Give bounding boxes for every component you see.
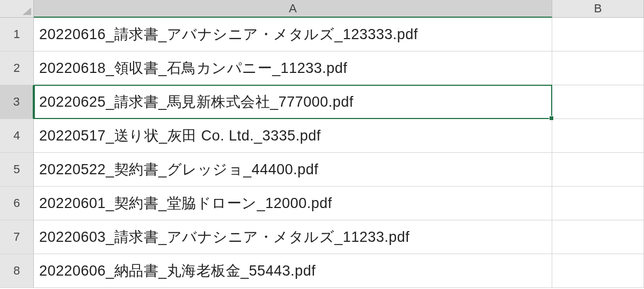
- cell-a3[interactable]: 20220625_請求書_馬見新株式会社_777000.pdf: [34, 85, 552, 119]
- cell-a2[interactable]: 20220618_領収書_石鳥カンパニー_11233.pdf: [34, 51, 552, 85]
- row-header-4[interactable]: 4: [0, 119, 34, 153]
- cell-b2[interactable]: [552, 51, 644, 85]
- cell-b5[interactable]: [552, 153, 644, 187]
- select-all-corner[interactable]: [0, 0, 34, 18]
- row-header-7[interactable]: 7: [0, 220, 34, 254]
- cell-a1[interactable]: 20220616_請求書_アバナシニア・メタルズ_123333.pdf: [34, 18, 552, 51]
- cell-b4[interactable]: [552, 119, 644, 153]
- row-header-1[interactable]: 1: [0, 18, 34, 51]
- row-header-8[interactable]: 8: [0, 254, 34, 288]
- cell-b7[interactable]: [552, 220, 644, 254]
- row-header-6[interactable]: 6: [0, 187, 34, 220]
- column-header-b[interactable]: B: [552, 0, 644, 18]
- cell-a8[interactable]: 20220606_納品書_丸海老板金_55443.pdf: [34, 254, 552, 288]
- cell-a7[interactable]: 20220603_請求書_アバナシニア・メタルズ_11233.pdf: [34, 220, 552, 254]
- column-header-a[interactable]: A: [34, 0, 552, 18]
- spreadsheet-grid[interactable]: A B 1 20220616_請求書_アバナシニア・メタルズ_123333.pd…: [0, 0, 644, 288]
- cell-b1[interactable]: [552, 18, 644, 51]
- cell-a6[interactable]: 20220601_契約書_堂脇ドローン_12000.pdf: [34, 187, 552, 220]
- row-header-5[interactable]: 5: [0, 153, 34, 187]
- row-header-2[interactable]: 2: [0, 51, 34, 85]
- cell-b6[interactable]: [552, 187, 644, 220]
- row-header-3[interactable]: 3: [0, 85, 34, 119]
- cell-a5[interactable]: 20220522_契約書_グレッジョ_44400.pdf: [34, 153, 552, 187]
- cell-b3[interactable]: [552, 85, 644, 119]
- cell-b8[interactable]: [552, 254, 644, 288]
- cell-a4[interactable]: 20220517_送り状_灰田 Co. Ltd._3335.pdf: [34, 119, 552, 153]
